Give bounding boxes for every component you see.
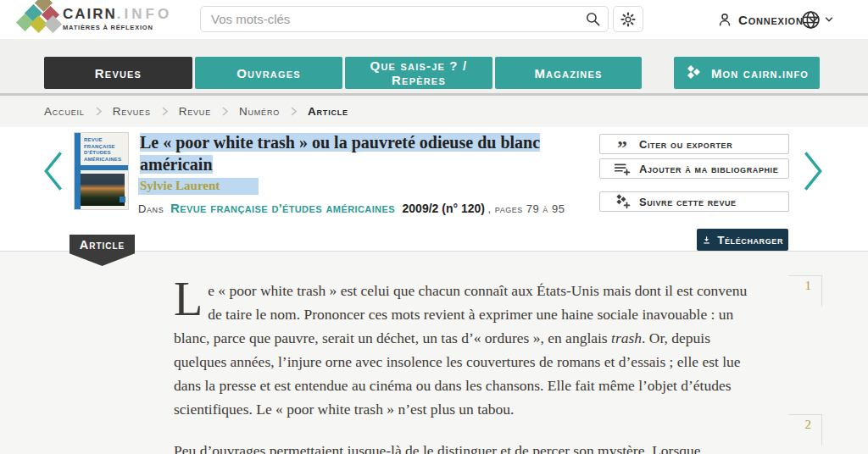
- brand-name: CAIRN: [63, 6, 117, 22]
- paragraph-number-2[interactable]: 2: [788, 414, 823, 446]
- pages-label: , pages 79 à 95: [488, 202, 565, 215]
- top-header: CAIRN.INFO MATIÈRES À RÉFLEXION: [0, 0, 868, 39]
- mon-cairn-label: Mon cairn.info: [711, 66, 809, 80]
- tab-label: Article: [80, 238, 125, 252]
- action-label: Suivre cette revue: [639, 196, 737, 208]
- paragraph-number-1[interactable]: 1: [788, 275, 823, 307]
- action-label: Citer ou exporter: [639, 138, 732, 151]
- connexion-label: Connexion: [738, 13, 804, 27]
- cite-or-export-button[interactable]: ” Citer ou exporter: [599, 134, 789, 154]
- paragraph-text: Peu d’ouvrages permettaient jusque-là de…: [174, 442, 701, 454]
- cover-photo: [81, 174, 125, 206]
- article-title: Le « poor white trash » ou la pauvreté o…: [138, 130, 596, 176]
- search-bar: [200, 6, 609, 32]
- quote-icon: ”: [605, 140, 639, 148]
- article-meta: Dans Revue française d'études américaine…: [138, 201, 596, 215]
- main-nav: Revues Ouvrages Que sais-je ? / Repères …: [0, 39, 868, 93]
- paragraph-number-label: 2: [805, 418, 812, 431]
- download-button[interactable]: Télécharger: [697, 229, 788, 251]
- nav-tab-que-sais-je[interactable]: Que sais-je ? / Repères: [345, 57, 492, 89]
- chevron-right-icon: [96, 107, 102, 116]
- globe-icon: [800, 9, 821, 30]
- article-body: Le « poor white trash » est celui que ch…: [0, 252, 868, 454]
- cover-stripe: [75, 133, 81, 209]
- search-icon: [585, 11, 601, 27]
- paragraph-number-label: 1: [805, 279, 812, 292]
- nav-tab-label: Que sais-je ? / Repères: [350, 58, 487, 87]
- article-text: Le « poor white trash » est celui que ch…: [174, 279, 748, 454]
- mon-cairn-button[interactable]: Mon cairn.info: [674, 57, 820, 89]
- previous-article-arrow[interactable]: [42, 151, 66, 191]
- meta-in-label: Dans: [138, 202, 164, 215]
- nav-tab-label: Magazines: [534, 66, 602, 80]
- gear-icon: [620, 11, 637, 28]
- issue-label: 2009/2 (n° 120): [403, 202, 485, 215]
- add-to-bibliography-button[interactable]: Ajouter à ma bibliographie: [599, 158, 789, 179]
- follow-diamonds-icon: [605, 192, 639, 211]
- download-icon: [702, 234, 711, 246]
- chevron-right-icon: [162, 107, 168, 116]
- cairn-article-page: CAIRN.INFO MATIÈRES À RÉFLEXION: [0, 0, 868, 454]
- cairn-logo[interactable]: CAIRN.INFO MATIÈRES À RÉFLEXION: [10, 0, 197, 39]
- breadcrumb-numero[interactable]: Numéro: [239, 105, 280, 118]
- breadcrumb-accueil[interactable]: Accueil: [44, 105, 85, 118]
- language-menu[interactable]: [800, 8, 833, 31]
- nav-tab-label: Ouvrages: [236, 66, 301, 80]
- chevron-right-icon: [802, 151, 824, 191]
- follow-journal-button[interactable]: Suivre cette revue: [599, 191, 789, 212]
- nav-tab-magazines[interactable]: Magazines: [495, 57, 642, 89]
- journal-cover-thumbnail[interactable]: REVUE FRANÇAISE D'ÉTUDES AMÉRICAINES: [74, 132, 129, 210]
- brand-suffix: .INFO: [117, 6, 172, 22]
- chevron-right-icon: [291, 107, 297, 116]
- paragraph-2: Peu d’ouvrages permettaient jusque-là de…: [174, 439, 748, 454]
- brand-text: CAIRN.INFO MATIÈRES À RÉFLEXION: [63, 6, 172, 31]
- breadcrumb-revues[interactable]: Revues: [113, 105, 151, 118]
- settings-button[interactable]: [613, 6, 643, 32]
- drop-cap: L: [174, 279, 208, 318]
- italic-term: trash: [611, 329, 642, 346]
- cover-publisher-logo: [120, 197, 125, 202]
- add-list-icon: [605, 159, 639, 178]
- chevron-right-icon: [222, 107, 228, 116]
- nav-tab-ouvrages[interactable]: Ouvrages: [195, 57, 342, 89]
- action-label: Ajouter à ma bibliographie: [639, 163, 778, 175]
- article-author[interactable]: Sylvie Laurent: [138, 178, 259, 195]
- chevron-down-icon: [825, 17, 833, 22]
- nav-tab-revues[interactable]: Revues: [44, 57, 192, 89]
- breadcrumb: Accueil Revues Revue Numéro Article: [0, 96, 868, 127]
- chevron-left-icon: [42, 151, 64, 191]
- cairn-diamonds-icon: [685, 65, 704, 80]
- journal-link[interactable]: Revue française d'études américaines: [170, 201, 395, 215]
- breadcrumb-article: Article: [308, 105, 348, 118]
- search-button[interactable]: [577, 7, 608, 31]
- next-article-arrow[interactable]: [802, 151, 826, 191]
- paragraph-1: Le « poor white trash » est celui que ch…: [174, 279, 748, 421]
- article-title-text: Le « poor white trash » ou la pauvreté o…: [140, 133, 540, 174]
- article-title-block: Le « poor white trash » ou la pauvreté o…: [138, 130, 596, 215]
- user-icon: [716, 11, 733, 28]
- nav-tab-label: Revues: [95, 66, 142, 80]
- cover-title: REVUE FRANÇAISE D'ÉTUDES AMÉRICAINES: [84, 137, 125, 163]
- brand-tagline: MATIÈRES À RÉFLEXION: [63, 24, 172, 31]
- download-label: Télécharger: [717, 234, 783, 246]
- cover-band: [75, 165, 128, 170]
- search-input[interactable]: [201, 12, 577, 26]
- breadcrumb-revue[interactable]: Revue: [179, 105, 211, 118]
